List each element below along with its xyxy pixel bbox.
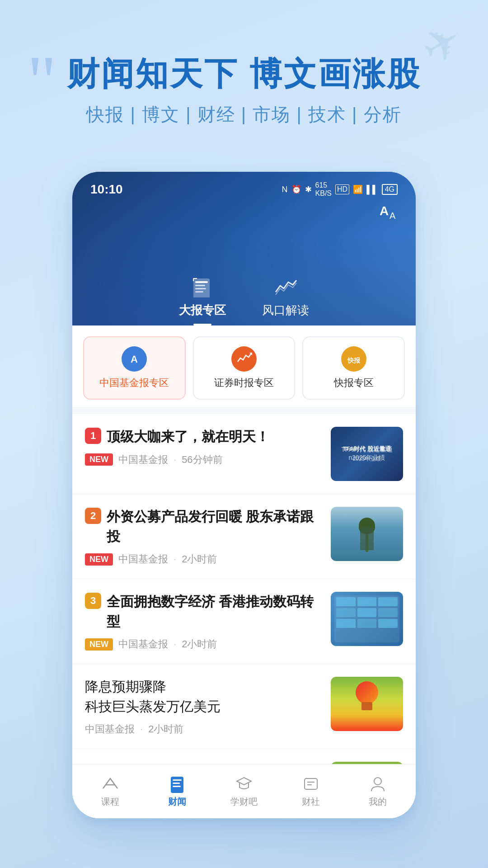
kecheng-icon (101, 775, 119, 793)
svg-rect-15 (173, 783, 180, 784)
svg-rect-17 (305, 778, 317, 789)
news-title-row: 2 外资公募产品发行回暖 股东承诺跟投 (85, 507, 322, 546)
nav-item-xuecaiba[interactable]: 学财吧 (211, 775, 277, 808)
svg-text:A: A (131, 354, 138, 365)
bluetooth-icon: ✱ (305, 184, 312, 194)
news-meta-2: NEW 中国基金报 · 2小时前 (85, 552, 322, 566)
svg-rect-13 (171, 777, 183, 793)
rank-badge-1: 1 (85, 428, 101, 444)
tab-fengkou[interactable]: 风口解读 (262, 276, 309, 326)
news-source-4: 中国基金报 (85, 722, 135, 736)
news-title-3: 全面拥抱数字经济 香港推动数码转型 (107, 592, 322, 631)
hero-title: 财闻知天下 博文画涨股 (36, 54, 452, 93)
xuecaiba-icon (235, 775, 253, 793)
tab-dabo[interactable]: 大报专区 (179, 276, 226, 326)
tab-dabo-icon (189, 276, 216, 299)
kuaibao-icon: 快报 (341, 346, 366, 372)
hd-icon: HD (335, 184, 349, 194)
news-thumb-3 (331, 592, 403, 646)
news-time-3: 2小时前 (182, 637, 217, 651)
news-source-1: 中国基金报 (118, 453, 168, 467)
header-tabs: 大报专区 风口解读 (72, 276, 416, 326)
wode-icon (369, 775, 387, 793)
font-size-icon[interactable]: A A (380, 203, 398, 223)
wifi-icon: 📶 (353, 184, 363, 194)
news-dot-1: · (174, 454, 176, 466)
svg-point-20 (374, 778, 381, 785)
tab-fengkou-label: 风口解读 (262, 302, 309, 318)
news-thumb-1: TFA时代 股近量通 2025年业绩 (331, 427, 403, 481)
nav-label-xuecaiba: 学财吧 (230, 796, 258, 808)
svg-rect-16 (173, 786, 181, 787)
news-time-4: 2小时前 (148, 722, 183, 736)
status-bar: 10:10 N ⏰ ✱ 615KB/S HD 📶 ▌▌ 4G (72, 172, 416, 199)
svg-text:快报: 快报 (347, 357, 361, 364)
news-dot-3: · (174, 638, 176, 650)
svg-rect-3 (195, 281, 208, 283)
jijin-icon: A (122, 346, 147, 372)
nav-item-caijian[interactable]: 财闻 (144, 775, 211, 808)
news-dot-2: · (174, 553, 176, 565)
news-tag-new-2: NEW (85, 553, 113, 566)
news-title-2: 外资公募产品发行回暖 股东承诺跟投 (107, 507, 322, 546)
nav-item-wode[interactable]: 我的 (344, 775, 411, 808)
bottom-nav: 课程 财闻 学财吧 (72, 764, 416, 818)
svg-rect-6 (195, 291, 203, 292)
svg-rect-4 (195, 285, 205, 286)
news-item-left: 2 外资公募产品发行回暖 股东承诺跟投 NEW 中国基金报 · 2小时前 (85, 507, 322, 566)
news-item-left: 1 顶级大咖来了，就在明天！ NEW 中国基金报 · 56分钟前 (85, 427, 322, 467)
news-title-row: 3 全面拥抱数字经济 香港推动数码转型 (85, 592, 322, 631)
news-item-left: 3 全面拥抱数字经济 香港推动数码转型 NEW 中国基金报 · 2小时前 (85, 592, 322, 651)
svg-rect-14 (173, 779, 182, 781)
zhengquan-label: 证券时报专区 (214, 376, 274, 390)
nav-label-caishe: 财社 (302, 796, 320, 808)
news-item[interactable]: 降息预期骤降科技巨头蒸发万亿美元 中国基金报 · 2小时前 (72, 664, 416, 749)
news-meta-3: NEW 中国基金报 · 2小时前 (85, 637, 322, 651)
nav-label-kecheng: 课程 (101, 796, 119, 808)
status-time: 10:10 (90, 182, 123, 197)
news-thumb-4 (331, 677, 403, 731)
news-title-row: 1 顶级大咖来了，就在明天！ (85, 427, 322, 447)
news-meta-4: 中国基金报 · 2小时前 (85, 722, 322, 736)
news-item[interactable]: 3 全面拥抱数字经济 香港推动数码转型 NEW 中国基金报 · 2小时前 (72, 579, 416, 664)
data-speed-icon: 615KB/S (315, 181, 332, 198)
battery-icon: 4G (382, 184, 398, 195)
category-tab-jijin[interactable]: A 中国基金报专区 (83, 336, 186, 400)
news-item[interactable]: 1 顶级大咖来了，就在明天！ NEW 中国基金报 · 56分钟前 TFA时代 股… (72, 414, 416, 494)
tab-dabo-label: 大报专区 (179, 302, 226, 318)
signal-icon: ▌▌ (366, 185, 378, 194)
news-item[interactable]: 2 外资公募产品发行回暖 股东承诺跟投 NEW 中国基金报 · 2小时前 (72, 494, 416, 579)
alarm-icon: ⏰ (291, 184, 301, 194)
news-time-2: 2小时前 (182, 552, 217, 566)
news-meta-1: NEW 中国基金报 · 56分钟前 (85, 453, 322, 467)
news-tag-new-1: NEW (85, 453, 113, 466)
svg-text:A: A (380, 204, 389, 218)
nav-item-caishe[interactable]: 财社 (277, 775, 344, 808)
phone-header: 10:10 N ⏰ ✱ 615KB/S HD 📶 ▌▌ 4G A A (72, 172, 416, 326)
rank-badge-2: 2 (85, 508, 101, 524)
nav-label-wode: 我的 (369, 796, 387, 808)
hero-section: 财闻知天下 博文画涨股 快报 | 博文 | 财经 | 市场 | 技术 | 分析 (0, 54, 488, 127)
nav-label-caijian: 财闻 (168, 796, 186, 808)
news-dot-4: · (140, 723, 143, 735)
phone-content: A 中国基金报专区 证券时报专区 快报 (72, 326, 416, 818)
nav-item-kecheng[interactable]: 课程 (77, 775, 144, 808)
zhengquan-icon (231, 346, 257, 372)
news-list: 1 顶级大咖来了，就在明天！ NEW 中国基金报 · 56分钟前 TFA时代 股… (72, 414, 416, 818)
status-icons: N ⏰ ✱ 615KB/S HD 📶 ▌▌ 4G (282, 181, 398, 198)
news-time-1: 56分钟前 (182, 453, 222, 467)
news-title-1: 顶级大咖来了，就在明天！ (107, 427, 322, 447)
news-item-left: 降息预期骤降科技巨头蒸发万亿美元 中国基金报 · 2小时前 (85, 677, 322, 736)
phone-mockup: 10:10 N ⏰ ✱ 615KB/S HD 📶 ▌▌ 4G A A (72, 172, 416, 818)
svg-rect-5 (195, 288, 206, 289)
kuaibao-label: 快报专区 (334, 376, 374, 390)
caishe-icon (302, 775, 320, 793)
hero-subtitle: 快报 | 博文 | 财经 | 市场 | 技术 | 分析 (36, 102, 452, 127)
notification-icon: N (282, 185, 288, 194)
category-tab-kuaibao[interactable]: 快报 快报专区 (302, 336, 405, 400)
category-tab-zhengquan[interactable]: 证券时报专区 (193, 336, 296, 400)
news-source-3: 中国基金报 (118, 637, 168, 651)
rank-badge-3: 3 (85, 593, 101, 609)
svg-text:A: A (389, 211, 396, 220)
news-thumb-2 (331, 507, 403, 561)
